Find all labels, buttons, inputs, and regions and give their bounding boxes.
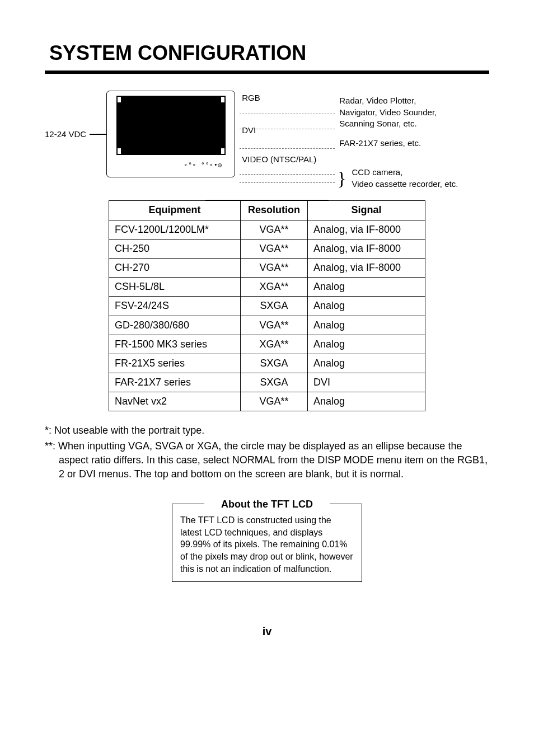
page-number: iv bbox=[45, 623, 489, 639]
cell: Analog bbox=[308, 354, 425, 373]
cell: Analog bbox=[308, 297, 425, 316]
cell: SXGA bbox=[241, 354, 308, 373]
cell: NavNet vx2 bbox=[109, 392, 241, 411]
conn-desc-dvi: FAR-21X7 series, etc. bbox=[335, 138, 421, 149]
brace-icon: } bbox=[335, 171, 347, 186]
table-header: Equipment bbox=[109, 201, 241, 220]
cell: CH-270 bbox=[109, 258, 241, 277]
table-row: FSV-24/24SSXGAAnalog bbox=[109, 297, 425, 316]
dash-line bbox=[240, 148, 335, 149]
system-diagram: 12-24 VDC ∘°∘ °°∘•◎ RGB Radar, Video Plo… bbox=[45, 91, 489, 177]
monitor-icon: ∘°∘ °°∘•◎ bbox=[106, 91, 235, 177]
footnote-2: **: When inputting VGA, SVGA or XGA, the… bbox=[45, 439, 489, 482]
table-row: GD-280/380/680VGA**Analog bbox=[109, 316, 425, 335]
cell: VGA** bbox=[241, 392, 308, 411]
cell: Analog bbox=[308, 316, 425, 335]
cell: SXGA bbox=[241, 373, 308, 392]
power-input-label: 12-24 VDC bbox=[45, 128, 90, 140]
monitor-controls-icon: ∘°∘ °°∘•◎ bbox=[184, 161, 235, 169]
conn-label-video: VIDEO (NTSC/PAL) bbox=[240, 153, 316, 166]
cell: XGA** bbox=[241, 335, 308, 354]
about-box: About the TFT LCD The TFT LCD is constru… bbox=[172, 504, 362, 582]
table-row: FR-21X5 seriesSXGAAnalog bbox=[109, 354, 425, 373]
dash-line bbox=[240, 182, 335, 183]
cell: VGA** bbox=[241, 316, 308, 335]
equipment-table: Equipment Resolution Signal FCV-1200L/12… bbox=[109, 200, 425, 411]
cell: CH-250 bbox=[109, 239, 241, 258]
cell: GD-280/380/680 bbox=[109, 316, 241, 335]
power-line bbox=[90, 134, 106, 135]
cell: SXGA bbox=[241, 297, 308, 316]
table-header: Resolution bbox=[241, 201, 308, 220]
cell: Analog bbox=[308, 278, 425, 297]
cell: Analog bbox=[308, 392, 425, 411]
cell: VGA** bbox=[241, 239, 308, 258]
dash-line bbox=[240, 114, 335, 114]
cell: CSH-5L/8L bbox=[109, 278, 241, 297]
cell: Analog, via IF-8000 bbox=[308, 220, 425, 239]
table-row: FR-1500 MK3 seriesXGA**Analog bbox=[109, 335, 425, 354]
footnotes: *: Not useable with the portrait type. *… bbox=[45, 424, 489, 481]
table-row: CH-270VGA**Analog, via IF-8000 bbox=[109, 258, 425, 277]
cell: VGA** bbox=[241, 220, 308, 239]
cell: XGA** bbox=[241, 278, 308, 297]
conn-label-dvi: DVI bbox=[240, 124, 256, 137]
cell: FSV-24/24S bbox=[109, 297, 241, 316]
cell: Analog, via IF-8000 bbox=[308, 258, 425, 277]
cell: Analog, via IF-8000 bbox=[308, 239, 425, 258]
table-header-row: Equipment Resolution Signal bbox=[109, 201, 425, 220]
about-body: The TFT LCD is constructed using the lat… bbox=[180, 514, 354, 575]
table-row: FCV-1200L/1200LM*VGA**Analog, via IF-800… bbox=[109, 220, 425, 239]
table-row: NavNet vx2VGA**Analog bbox=[109, 392, 425, 411]
title-rule bbox=[45, 71, 489, 74]
conn-desc-video: CCD camera,Video cassette recorder, etc. bbox=[348, 167, 458, 190]
about-title: About the TFT LCD bbox=[172, 497, 362, 511]
cell: FR-21X5 series bbox=[109, 354, 241, 373]
cell: DVI bbox=[308, 373, 425, 392]
footnote-1: *: Not useable with the portrait type. bbox=[45, 424, 489, 438]
cell: Analog bbox=[308, 335, 425, 354]
monitor-screen bbox=[116, 96, 226, 155]
table-row: CH-250VGA**Analog, via IF-8000 bbox=[109, 239, 425, 258]
dash-line bbox=[240, 174, 335, 175]
connection-block: RGB Radar, Video Plotter,Navigator, Vide… bbox=[235, 91, 458, 177]
table-header: Signal bbox=[308, 201, 425, 220]
table-row: FAR-21X7 seriesSXGADVI bbox=[109, 373, 425, 392]
table-row: CSH-5L/8LXGA**Analog bbox=[109, 278, 425, 297]
cell: FAR-21X7 series bbox=[109, 373, 241, 392]
cell: FR-1500 MK3 series bbox=[109, 335, 241, 354]
conn-label-rgb: RGB bbox=[240, 92, 260, 104]
page-title: SYSTEM CONFIGURATION bbox=[45, 39, 489, 67]
cell: FCV-1200L/1200LM* bbox=[109, 220, 241, 239]
cell: VGA** bbox=[241, 258, 308, 277]
